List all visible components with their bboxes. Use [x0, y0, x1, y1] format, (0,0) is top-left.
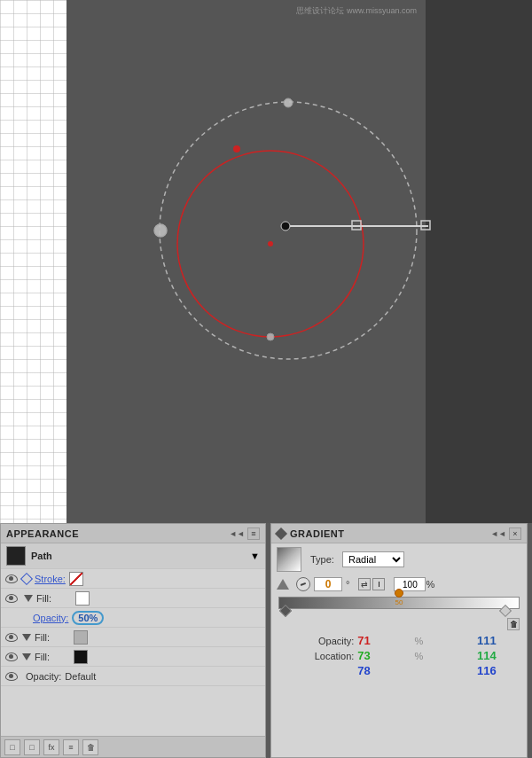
gradient-stop-right[interactable]	[501, 606, 510, 615]
opacity-badge[interactable]: 50%	[72, 611, 104, 625]
path-thumbnail	[6, 546, 26, 566]
b-blue-val: 78	[357, 664, 402, 677]
angle-degree: °	[346, 579, 349, 590]
bottom-anchor	[267, 333, 274, 340]
gradient-stop-mid[interactable]: 50	[395, 589, 403, 606]
fill3-triangle	[22, 653, 31, 660]
stop-value: 50	[395, 598, 403, 606]
appearance-menu-btn[interactable]: ≡	[247, 527, 260, 540]
path-menu-icon[interactable]: ▼	[250, 551, 260, 561]
fill2-label: Fill:	[35, 632, 70, 643]
gradient-panel: GRADIENT ◄◄ × Type: Radial 0 °	[270, 523, 528, 758]
opacity2-label: Opacity:	[26, 671, 61, 682]
left-anchor	[154, 224, 167, 237]
fill3-row: Fill:	[1, 647, 265, 667]
appearance-panel-header: APPEARANCE ◄◄ ≡	[1, 524, 265, 543]
handle-right-square	[421, 221, 430, 230]
reverse-btn2[interactable]: I	[372, 578, 385, 590]
inner-top-dot	[233, 145, 240, 152]
outer-dashed-circle	[160, 102, 417, 359]
opacity2-row: Opacity: Default	[1, 667, 265, 686]
top-anchor	[284, 98, 293, 107]
center-dot	[268, 241, 273, 246]
stroke-label[interactable]: Stroke:	[35, 574, 66, 584]
location-label: Location:	[277, 651, 354, 661]
fill2-eye-icon[interactable]	[4, 630, 19, 645]
fill-row: Fill:	[1, 589, 265, 608]
grid-overlay	[0, 0, 66, 523]
type-label: Type:	[310, 554, 339, 565]
type-select[interactable]: Radial	[342, 551, 404, 567]
fill-eye-icon[interactable]	[4, 591, 19, 606]
fx-btn[interactable]: fx	[43, 739, 59, 755]
gradient-header: GRADIENT ◄◄ ×	[271, 524, 527, 543]
angle-input[interactable]: 0	[314, 577, 342, 591]
percent-loc: %	[405, 651, 423, 661]
eye-fill	[5, 594, 18, 603]
canvas-main: 思维设计论坛 www.missyuan.com	[66, 0, 532, 523]
appearance-bottom-toolbar: □ □ fx ≡ 🗑	[1, 736, 265, 757]
percent-r: %	[405, 636, 423, 646]
handle-left-anchor	[281, 222, 290, 231]
gradient-title: GRADIENT	[290, 528, 344, 539]
angle-triangle-icon	[277, 579, 289, 590]
opacity-label[interactable]: Opacity:	[33, 613, 68, 623]
gradient-slider-container: 50 🗑	[271, 593, 527, 613]
add-layer-btn[interactable]: □	[4, 739, 20, 755]
reverse-icon-group: ⇄ I	[358, 578, 385, 590]
add-fill-btn[interactable]: □	[24, 739, 40, 755]
gradient-menu-btn[interactable]: ×	[509, 527, 521, 540]
delete-btn[interactable]: 🗑	[82, 739, 98, 755]
eye-fill3	[5, 653, 18, 661]
menu-btn[interactable]: ≡	[63, 739, 79, 755]
opacity-row: Opacity: 50%	[1, 608, 265, 628]
collapse-icon[interactable]: ◄◄	[229, 529, 245, 538]
stroke-row: Stroke:	[1, 569, 265, 589]
opacity2-eye-icon[interactable]	[4, 669, 19, 684]
appearance-panel: APPEARANCE ◄◄ ≡ Path ▼ Stroke:	[0, 523, 266, 758]
stroke-eye-icon[interactable]	[4, 572, 19, 586]
opacity2-value: Default	[65, 671, 100, 682]
gradient-collapse-icon[interactable]: ◄◄	[490, 529, 506, 538]
gradient-controls: ◄◄ ×	[487, 527, 521, 540]
fill2-triangle	[22, 634, 31, 641]
opacity-r-label: Opacity:	[277, 636, 354, 646]
color-values-grid: Opacity: 71 % 111 Location: 73 % 114 78 …	[271, 630, 527, 681]
path-label: Path	[31, 551, 52, 561]
diamond-icon	[275, 527, 287, 539]
path-title-row: Path ▼	[1, 543, 265, 569]
b-blue-val2: 116	[477, 664, 521, 677]
gradient-title-group: GRADIENT	[277, 528, 344, 539]
reverse-btn[interactable]: ⇄	[358, 578, 371, 590]
appearance-panel-controls: ◄◄ ≡	[225, 527, 260, 540]
fill3-label: Fill:	[35, 652, 70, 662]
stroke-swatch[interactable]	[69, 572, 83, 586]
handle-mid-diamond	[352, 221, 361, 230]
type-row: Type: Radial	[271, 543, 527, 575]
canvas-area: 思维设计论坛 www.missyuan.com	[0, 0, 532, 523]
fill-label: Fill:	[36, 593, 72, 604]
gradient-delete-btn[interactable]: 🗑	[507, 618, 520, 630]
location-green-val2: 114	[477, 649, 521, 662]
gradient-stop-left[interactable]	[281, 606, 290, 615]
canvas-svg	[66, 0, 532, 523]
fill3-eye-icon[interactable]	[4, 650, 19, 664]
location-green-val: 73	[357, 649, 402, 662]
gradient-preview	[277, 547, 301, 572]
panels-area: APPEARANCE ◄◄ ≡ Path ▼ Stroke:	[0, 523, 532, 758]
fill2-row: Fill:	[1, 628, 265, 647]
gradient-slider-bar[interactable]: 50	[278, 597, 520, 609]
eye-fill2	[5, 633, 18, 642]
canvas-left-panel	[0, 0, 66, 523]
opacity-blue-val: 111	[477, 634, 521, 647]
eye-stroke	[5, 574, 18, 583]
stroke-triangle-icon	[20, 572, 33, 584]
percent-label: %	[426, 579, 434, 590]
fill3-swatch[interactable]	[74, 650, 88, 664]
appearance-title: APPEARANCE	[6, 528, 79, 539]
eye-opacity2	[5, 672, 18, 681]
angle-circle-icon[interactable]	[296, 577, 310, 591]
fill2-swatch[interactable]	[74, 630, 88, 645]
opacity-red-val: 71	[357, 634, 402, 647]
fill-swatch[interactable]	[75, 591, 90, 606]
